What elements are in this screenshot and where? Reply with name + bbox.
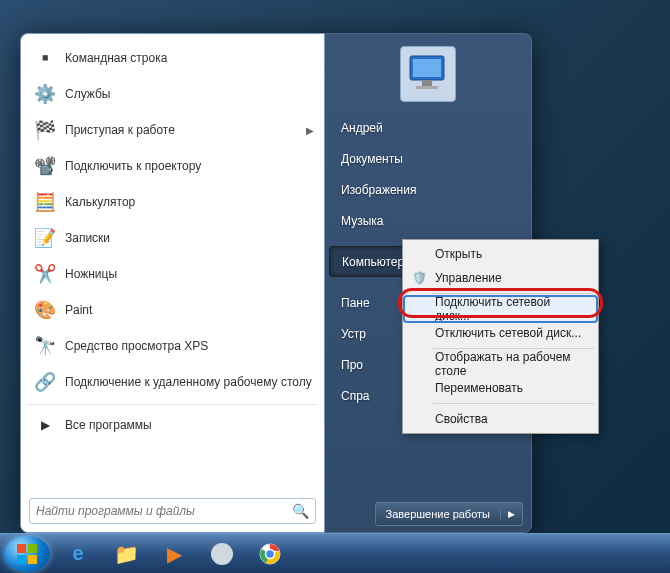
shutdown-button[interactable]: Завершение работы ▶ (375, 502, 523, 526)
program-sticky-notes[interactable]: 📝Записки (27, 220, 318, 256)
palette-icon: 🎨 (31, 296, 59, 324)
right-item-documents[interactable]: Документы (329, 143, 527, 174)
search-input[interactable] (36, 504, 292, 518)
shutdown-dropdown-arrow-icon[interactable]: ▶ (500, 509, 522, 519)
context-menu: Открыть 🛡️Управление Подключить сетевой … (402, 239, 599, 434)
all-programs[interactable]: ▶Все программы (27, 404, 318, 440)
taskbar-wmp[interactable]: ▶ (154, 538, 194, 570)
start-button[interactable] (4, 536, 50, 572)
terminal-icon: ▪️ (31, 44, 59, 72)
program-snipping-tool[interactable]: ✂️Ножницы (27, 256, 318, 292)
ctx-disconnect-network-drive[interactable]: Отключить сетевой диск... (405, 321, 596, 345)
ctx-separator (433, 348, 594, 349)
program-getting-started[interactable]: 🏁Приступая к работе▶ (27, 112, 318, 148)
ie-icon: e (72, 542, 83, 565)
start-menu-left-panel: ▪️Командная строка ⚙️Службы 🏁Приступая к… (20, 33, 325, 533)
ctx-map-network-drive[interactable]: Подключить сетевой диск... (405, 297, 596, 321)
program-projector[interactable]: 📽️Подключить к проектору (27, 148, 318, 184)
calculator-icon: 🧮 (31, 188, 59, 216)
ctx-separator (433, 293, 594, 294)
programs-list: ▪️Командная строка ⚙️Службы 🏁Приступая к… (27, 40, 318, 494)
search-icon: 🔍 (292, 503, 309, 519)
program-command-prompt[interactable]: ▪️Командная строка (27, 40, 318, 76)
right-item-music[interactable]: Музыка (329, 205, 527, 236)
submenu-arrow-icon: ▶ (306, 125, 314, 136)
circle-icon (211, 543, 233, 565)
program-xps-viewer[interactable]: 🔭Средство просмотра XPS (27, 328, 318, 364)
gear-icon: ⚙️ (31, 80, 59, 108)
remote-icon: 🔗 (31, 368, 59, 396)
right-item-pictures[interactable]: Изображения (329, 174, 527, 205)
svg-rect-5 (28, 544, 37, 553)
user-picture[interactable] (400, 46, 456, 102)
chevron-right-icon: ▶ (31, 411, 59, 439)
ctx-manage[interactable]: 🛡️Управление (405, 266, 596, 290)
svg-rect-7 (28, 555, 37, 564)
taskbar: e 📁 ▶ (0, 533, 670, 573)
svg-rect-3 (416, 86, 438, 89)
windows-logo-icon (16, 543, 38, 565)
svg-rect-2 (422, 80, 432, 86)
ctx-separator (433, 403, 594, 404)
folder-icon: 📁 (114, 542, 139, 566)
program-paint[interactable]: 🎨Paint (27, 292, 318, 328)
flag-icon: 🏁 (31, 116, 59, 144)
svg-rect-6 (17, 555, 26, 564)
program-remote-desktop[interactable]: 🔗Подключение к удаленному рабочему столу (27, 364, 318, 400)
taskbar-chrome[interactable] (250, 538, 290, 570)
media-player-icon: ▶ (167, 542, 182, 566)
search-box[interactable]: 🔍 (29, 498, 316, 524)
projector-icon: 📽️ (31, 152, 59, 180)
program-calculator[interactable]: 🧮Калькулятор (27, 184, 318, 220)
taskbar-ie[interactable]: e (58, 538, 98, 570)
right-item-user[interactable]: Андрей (329, 112, 527, 143)
svg-rect-1 (413, 59, 441, 77)
ctx-show-on-desktop[interactable]: Отображать на рабочем столе (405, 352, 596, 376)
xps-icon: 🔭 (31, 332, 59, 360)
ctx-open[interactable]: Открыть (405, 242, 596, 266)
svg-rect-4 (17, 544, 26, 553)
taskbar-explorer[interactable]: 📁 (106, 538, 146, 570)
program-services[interactable]: ⚙️Службы (27, 76, 318, 112)
notes-icon: 📝 (31, 224, 59, 252)
shutdown-row: Завершение работы ▶ (325, 496, 531, 532)
ctx-rename[interactable]: Переименовать (405, 376, 596, 400)
shield-icon: 🛡️ (411, 270, 427, 286)
chrome-icon (259, 543, 281, 565)
monitor-icon (404, 52, 452, 96)
taskbar-unknown[interactable] (202, 538, 242, 570)
ctx-properties[interactable]: Свойства (405, 407, 596, 431)
scissors-icon: ✂️ (31, 260, 59, 288)
